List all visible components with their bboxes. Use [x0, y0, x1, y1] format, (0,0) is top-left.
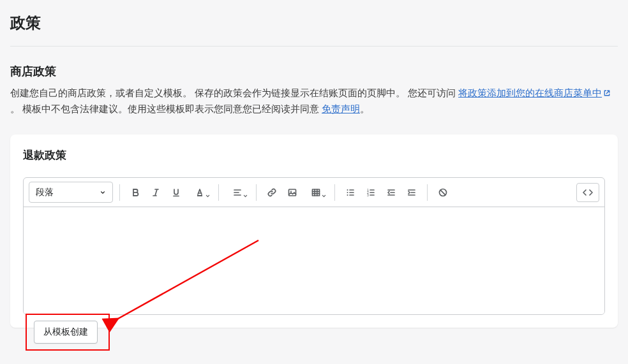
svg-point-6	[347, 194, 348, 196]
chevron-down-icon	[100, 189, 106, 196]
svg-rect-3	[313, 189, 320, 196]
code-view-button[interactable]	[576, 183, 599, 202]
image-button[interactable]	[283, 184, 301, 201]
table-button[interactable]	[304, 184, 328, 201]
toolbar-divider	[256, 184, 257, 201]
bold-button[interactable]	[126, 184, 144, 201]
underline-icon	[171, 187, 181, 198]
link-icon	[267, 187, 277, 198]
align-left-icon	[232, 187, 243, 198]
svg-point-5	[347, 192, 348, 193]
card-title: 退款政策	[23, 147, 605, 164]
style-select-label: 段落	[36, 186, 54, 199]
section-description: 创建您自己的商店政策，或者自定义模板。 保存的政策会作为链接显示在结账页面的页脚…	[10, 85, 618, 118]
paragraph-style-select[interactable]: 段落	[29, 182, 113, 203]
external-link-icon	[603, 89, 611, 97]
underline-button[interactable]	[167, 184, 185, 201]
bold-icon	[130, 187, 140, 198]
numbered-list-button[interactable]: 123	[362, 184, 380, 201]
list-bullet-icon	[345, 187, 355, 198]
svg-point-4	[347, 189, 348, 191]
clear-format-button[interactable]	[434, 184, 452, 201]
indent-icon	[407, 187, 417, 198]
outdent-icon	[386, 187, 396, 198]
chevron-down-icon	[322, 194, 326, 198]
italic-button[interactable]	[147, 184, 165, 201]
create-from-template-button[interactable]: 从模板创建	[34, 321, 98, 344]
toolbar-divider	[334, 184, 335, 201]
image-icon	[287, 187, 297, 198]
desc-text-2: 。 模板中不包含法律建议。使用这些模板即表示您同意您已经阅读并同意	[10, 104, 322, 114]
bullet-list-button[interactable]	[341, 184, 359, 201]
text-color-icon	[195, 187, 205, 198]
chevron-down-icon	[243, 194, 248, 198]
page-title: 政策	[10, 6, 618, 47]
link-text-1: 将政策添加到您的在线商店菜单中	[458, 88, 602, 98]
toolbar-divider	[427, 184, 428, 201]
store-policy-section: 商店政策 创建您自己的商店政策，或者自定义模板。 保存的政策会作为链接显示在结账…	[10, 47, 618, 118]
svg-point-2	[290, 191, 292, 192]
align-button[interactable]	[225, 184, 250, 201]
desc-text-3: 。	[360, 104, 370, 114]
chevron-down-icon	[206, 194, 210, 198]
rich-text-editor: 段落	[23, 177, 605, 315]
add-policy-to-menu-link[interactable]: 将政策添加到您的在线商店菜单中	[458, 88, 611, 98]
disclaimer-link[interactable]: 免责声明	[322, 104, 360, 114]
toolbar-divider	[119, 184, 120, 201]
editor-content-area[interactable]	[24, 207, 604, 314]
outdent-button[interactable]	[382, 184, 400, 201]
text-color-button[interactable]	[188, 184, 212, 201]
no-icon	[438, 187, 448, 198]
editor-toolbar: 段落	[24, 178, 604, 207]
list-number-icon: 123	[366, 187, 376, 198]
code-icon	[582, 187, 594, 198]
refund-policy-card: 退款政策 段落	[10, 135, 618, 328]
link-button[interactable]	[263, 184, 281, 201]
table-icon	[311, 187, 321, 198]
toolbar-divider	[218, 184, 219, 201]
indent-button[interactable]	[403, 184, 421, 201]
section-heading: 商店政策	[10, 63, 618, 80]
italic-icon	[151, 187, 161, 198]
desc-text-1: 创建您自己的商店政策，或者自定义模板。 保存的政策会作为链接显示在结账页面的页脚…	[10, 88, 458, 98]
svg-text:3: 3	[367, 193, 369, 196]
